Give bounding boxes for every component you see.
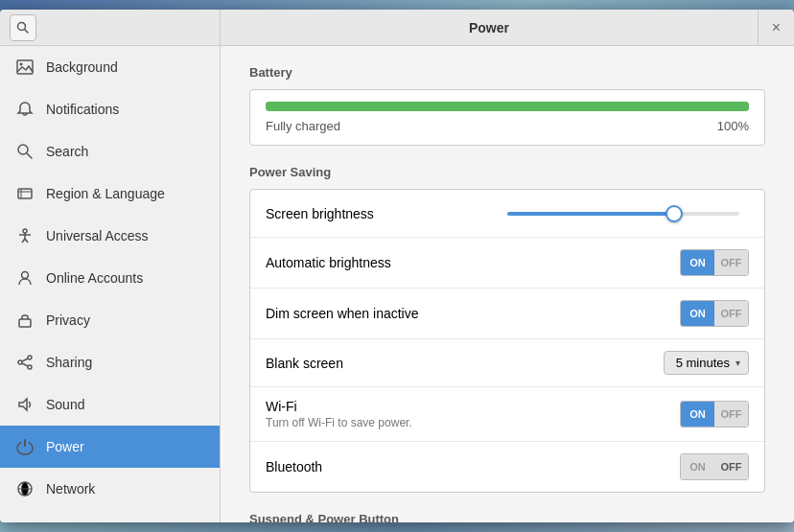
universal-access-icon [15, 226, 35, 245]
svg-line-19 [22, 359, 28, 361]
sidebar-label-sharing: Sharing [46, 355, 204, 370]
slider-screen-brightness[interactable] [498, 212, 749, 216]
sidebar-label-search: Search [46, 144, 204, 159]
sidebar-item-background[interactable]: Background [0, 46, 220, 88]
sublabel-wifi: Turn off Wi-Fi to save power. [266, 416, 680, 429]
sidebar-item-search[interactable]: Search [0, 130, 220, 173]
toggle-off-label: OFF [714, 454, 748, 479]
sidebar-item-network[interactable]: Network [0, 468, 220, 510]
settings-window: Power × BackgroundNotificationsSearchReg… [0, 10, 794, 522]
svg-point-16 [28, 356, 32, 359]
power-row-dim-screen: Dim screen when inactiveONOFF [250, 289, 764, 339]
sidebar-item-notifications[interactable]: Notifications [0, 88, 220, 130]
toggle-off-label: OFF [714, 301, 748, 326]
toggle-off-label: OFF [714, 250, 748, 275]
svg-point-18 [28, 365, 32, 369]
toggle-dim-screen[interactable]: ONOFF [680, 300, 749, 327]
dropdown-arrow-blank-screen: ▾ [736, 358, 740, 368]
power-row-label-screen-brightness: Screen brightness [266, 206, 498, 221]
power-row-blank-screen: Blank screen5 minutes▾ [250, 339, 764, 387]
sidebar-item-devices[interactable]: Devices› [0, 510, 220, 522]
sidebar-label-sound: Sound [46, 397, 204, 412]
sidebar-item-region-language[interactable]: Region & Language [0, 173, 220, 215]
label-text-blank-screen: Blank screen [266, 356, 343, 371]
label-text-auto-brightness: Automatic brightness [266, 255, 391, 270]
power-row-screen-brightness: Screen brightness [250, 190, 764, 238]
online-accounts-icon [15, 268, 35, 288]
svg-point-14 [22, 272, 29, 279]
toggle-bluetooth[interactable]: ONOFF [680, 453, 749, 480]
label-text-dim-screen: Dim screen when inactive [266, 306, 419, 321]
suspend-section-title: Suspend & Power Button [249, 512, 765, 522]
svg-line-1 [25, 29, 29, 33]
battery-percent: 100% [717, 119, 749, 133]
svg-rect-2 [17, 60, 33, 74]
sidebar-label-background: Background [46, 59, 204, 75]
sidebar-label-notifications: Notifications [46, 102, 204, 117]
battery-info: Fully charged 100% [266, 119, 749, 133]
sidebar-label-region-language: Region & Language [46, 186, 204, 201]
svg-point-9 [23, 229, 27, 233]
dropdown-blank-screen[interactable]: 5 minutes▾ [664, 351, 749, 375]
toggle-wifi[interactable]: ONOFF [680, 401, 749, 428]
sidebar-label-power: Power [46, 439, 204, 454]
close-button[interactable]: × [758, 10, 794, 46]
sidebar-item-online-accounts[interactable]: Online Accounts [0, 257, 220, 299]
power-row-label-dim-screen: Dim screen when inactive [266, 306, 680, 321]
power-row-label-blank-screen: Blank screen [266, 356, 664, 371]
slider-fill [507, 212, 674, 216]
power-icon [15, 437, 35, 456]
svg-rect-6 [18, 189, 32, 198]
sidebar-item-privacy[interactable]: Privacy [0, 299, 220, 341]
sidebar-label-privacy: Privacy [46, 312, 204, 328]
sidebar-label-online-accounts: Online Accounts [46, 270, 204, 286]
label-text-bluetooth: Bluetooth [266, 459, 322, 474]
titlebar-search-area [0, 10, 221, 45]
notifications-icon [15, 100, 35, 119]
battery-card: Fully charged 100% [249, 89, 765, 146]
svg-line-20 [22, 363, 28, 366]
svg-rect-15 [19, 319, 31, 327]
search-button[interactable] [10, 14, 36, 41]
power-row-bluetooth: BluetoothONOFF [250, 442, 764, 492]
region-language-icon [15, 184, 35, 203]
devices-icon [15, 521, 35, 522]
power-row-label-auto-brightness: Automatic brightness [266, 255, 680, 270]
power-saving-title: Power Saving [249, 165, 765, 179]
sidebar-item-universal-access[interactable]: Universal Access [0, 215, 220, 257]
window-title: Power [221, 20, 758, 35]
toggle-auto-brightness[interactable]: ONOFF [680, 249, 749, 276]
svg-point-3 [20, 63, 23, 66]
svg-line-5 [27, 153, 32, 158]
sidebar-item-power[interactable]: Power [0, 426, 220, 468]
label-text-wifi: Wi-Fi [266, 399, 297, 414]
battery-bar-fill [266, 102, 749, 111]
sound-icon [15, 395, 35, 414]
power-row-wifi: Wi-FiTurn off Wi-Fi to save power.ONOFF [250, 387, 764, 442]
battery-status: Fully charged [266, 119, 340, 133]
label-text-screen-brightness: Screen brightness [266, 206, 374, 221]
power-saving-card: Screen brightness Automatic brightnessON… [249, 189, 765, 493]
svg-point-17 [18, 360, 22, 364]
battery-section-title: Battery [249, 65, 765, 80]
battery-bar-bg [266, 102, 749, 111]
titlebar: Power × [0, 10, 794, 46]
network-icon [15, 479, 35, 498]
svg-line-13 [25, 239, 28, 243]
sharing-icon [15, 353, 35, 372]
power-row-label-wifi: Wi-FiTurn off Wi-Fi to save power. [266, 399, 680, 429]
toggle-on-label: ON [681, 454, 714, 479]
toggle-off-label: OFF [714, 402, 748, 427]
toggle-on-label: ON [681, 402, 714, 427]
content-area: BackgroundNotificationsSearchRegion & La… [0, 46, 794, 522]
power-row-label-bluetooth: Bluetooth [266, 459, 680, 474]
slider-thumb[interactable] [666, 205, 683, 222]
sidebar-item-sound[interactable]: Sound [0, 383, 220, 426]
background-icon [15, 58, 35, 77]
sidebar-label-universal-access: Universal Access [46, 228, 204, 243]
sidebar-label-network: Network [46, 481, 204, 497]
sidebar-item-sharing[interactable]: Sharing [0, 341, 220, 383]
toggle-on-label: ON [681, 301, 714, 326]
main-content: Battery Fully charged 100% Power Saving … [221, 46, 794, 522]
privacy-icon [15, 311, 35, 330]
